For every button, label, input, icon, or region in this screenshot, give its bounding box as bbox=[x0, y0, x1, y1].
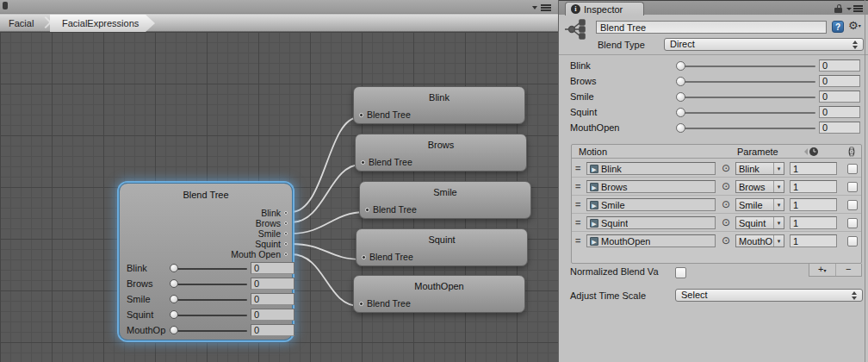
object-picker-icon[interactable]: ⊙ bbox=[720, 234, 732, 247]
weight-field[interactable] bbox=[790, 162, 837, 175]
slider-track[interactable] bbox=[679, 128, 815, 129]
weight-field[interactable] bbox=[790, 234, 837, 247]
parameter-dropdown[interactable]: Squint ▾ bbox=[735, 216, 784, 229]
port-icon[interactable] bbox=[284, 222, 288, 225]
add-motion-button[interactable]: +▾ bbox=[809, 264, 836, 276]
slider-track[interactable] bbox=[173, 315, 247, 316]
slider-knob[interactable] bbox=[676, 123, 685, 133]
slider-value-field[interactable] bbox=[819, 122, 860, 134]
parameter-dropdown[interactable]: Blink ▾ bbox=[735, 162, 784, 175]
slider-track[interactable] bbox=[679, 66, 815, 67]
motion-node-brows[interactable]: Brows Blend Tree bbox=[355, 134, 527, 172]
slider-value-field[interactable] bbox=[251, 309, 294, 321]
motion-object-field[interactable]: ▶ MouthOpen bbox=[586, 234, 716, 247]
motion-node-mouthopen[interactable]: MouthOpen Blend Tree bbox=[353, 275, 525, 313]
output-port-mouth-open[interactable]: Mouth Open bbox=[231, 249, 288, 259]
slider-knob[interactable] bbox=[676, 61, 685, 71]
tab-inspector[interactable]: i Inspector bbox=[565, 2, 644, 16]
weight-field[interactable] bbox=[790, 216, 837, 229]
slider-value-field[interactable] bbox=[251, 324, 294, 336]
pane-menu-icon[interactable] bbox=[532, 3, 551, 12]
port-icon[interactable] bbox=[284, 232, 288, 235]
slider-track[interactable] bbox=[173, 268, 247, 270]
drag-handle-icon[interactable]: = bbox=[575, 199, 586, 209]
slider-value-field[interactable] bbox=[251, 262, 294, 274]
slider-track[interactable] bbox=[173, 299, 247, 301]
object-picker-icon[interactable]: ⊙ bbox=[720, 198, 732, 210]
slider-knob[interactable] bbox=[170, 264, 178, 272]
node-slider-squint: Squint bbox=[127, 309, 285, 321]
slider-track[interactable] bbox=[173, 284, 247, 285]
object-picker-icon[interactable]: ⊙ bbox=[720, 216, 732, 228]
blend-type-dropdown[interactable]: Direct bbox=[664, 38, 864, 51]
motion-node-smile[interactable]: Smile Blend Tree bbox=[359, 181, 531, 219]
pane-menu-icon[interactable] bbox=[846, 5, 864, 13]
parameter-dropdown[interactable]: Brows ▾ bbox=[735, 180, 784, 193]
mirror-checkbox[interactable] bbox=[847, 218, 858, 228]
motion-object-field[interactable]: ▶ Blink bbox=[586, 162, 716, 175]
input-port-icon[interactable] bbox=[365, 208, 369, 212]
slider-value-field[interactable] bbox=[251, 293, 294, 305]
output-port-squint[interactable]: Squint bbox=[255, 239, 288, 249]
blend-tree-node[interactable]: Blend Tree Blink Brows Smile Squint Mout… bbox=[119, 183, 293, 340]
normalized-blend-label: Normalized Blend Va bbox=[570, 266, 659, 277]
breadcrumb-facial-expressions[interactable]: FacialExpressions bbox=[50, 15, 155, 32]
lock-icon[interactable] bbox=[834, 4, 843, 13]
remove-motion-button[interactable]: − bbox=[836, 264, 862, 276]
mirror-checkbox[interactable] bbox=[847, 236, 858, 247]
parameter-dropdown[interactable]: MouthO ▾ bbox=[735, 234, 784, 247]
input-port-icon[interactable] bbox=[362, 255, 366, 259]
input-port-icon[interactable] bbox=[359, 113, 363, 117]
port-icon[interactable] bbox=[284, 211, 288, 215]
drag-handle-icon[interactable]: = bbox=[575, 181, 586, 191]
motion-object-field[interactable]: ▶ Smile bbox=[586, 198, 716, 211]
slider-value-field[interactable] bbox=[819, 59, 860, 72]
animation-clip-icon: ▶ bbox=[590, 219, 598, 228]
slider-track[interactable] bbox=[679, 97, 815, 98]
port-icon[interactable] bbox=[284, 253, 288, 256]
adjust-time-scale-dropdown[interactable]: Select bbox=[675, 289, 863, 302]
output-port-smile[interactable]: Smile bbox=[258, 228, 288, 239]
mirror-checkbox[interactable] bbox=[847, 200, 858, 210]
input-port-icon[interactable] bbox=[361, 160, 365, 165]
slider-value-field[interactable] bbox=[819, 75, 860, 87]
object-picker-icon[interactable]: ⊙ bbox=[720, 162, 732, 174]
motion-node-squint[interactable]: Squint Blend Tree bbox=[356, 228, 528, 266]
drag-handle-icon[interactable]: = bbox=[575, 163, 586, 173]
animator-graph-panel: Facial FacialExpressions Blend Tree Blin… bbox=[0, 0, 558, 362]
parameter-dropdown[interactable]: Smile ▾ bbox=[735, 198, 784, 211]
slider-knob[interactable] bbox=[676, 108, 685, 117]
motion-node-blink[interactable]: Blink Blend Tree bbox=[353, 86, 525, 124]
slider-track[interactable] bbox=[679, 112, 815, 114]
motion-object-field[interactable]: ▶ Brows bbox=[586, 180, 716, 193]
normalized-blend-checkbox[interactable] bbox=[675, 267, 686, 278]
motion-object-field[interactable]: ▶ Squint bbox=[586, 216, 716, 229]
slider-track[interactable] bbox=[173, 330, 247, 332]
input-port-icon[interactable] bbox=[359, 302, 363, 306]
output-port-blink[interactable]: Blink bbox=[261, 208, 288, 218]
param-slider-smile: Smile bbox=[559, 90, 868, 103]
slider-knob[interactable] bbox=[170, 279, 178, 288]
slider-value-field[interactable] bbox=[251, 278, 294, 290]
mirror-checkbox[interactable] bbox=[847, 164, 858, 174]
blend-tree-name-field[interactable] bbox=[596, 21, 827, 34]
output-port-brows[interactable]: Brows bbox=[256, 218, 288, 228]
slider-knob[interactable] bbox=[676, 92, 685, 102]
slider-knob[interactable] bbox=[170, 310, 178, 319]
param-slider-mouthopen: MouthOpen bbox=[559, 121, 868, 134]
gear-icon[interactable]: ⚙▾ bbox=[848, 19, 864, 33]
port-icon[interactable] bbox=[284, 242, 288, 246]
mirror-checkbox[interactable] bbox=[847, 182, 858, 192]
slider-track[interactable] bbox=[679, 81, 815, 83]
slider-knob[interactable] bbox=[170, 295, 178, 303]
drag-handle-icon[interactable]: = bbox=[575, 235, 586, 246]
object-picker-icon[interactable]: ⊙ bbox=[720, 180, 732, 192]
help-icon[interactable]: ? bbox=[832, 21, 844, 33]
weight-field[interactable] bbox=[790, 180, 837, 193]
slider-value-field[interactable] bbox=[819, 106, 860, 118]
slider-knob[interactable] bbox=[170, 326, 178, 334]
drag-handle-icon[interactable]: = bbox=[575, 217, 586, 228]
weight-field[interactable] bbox=[790, 198, 837, 211]
slider-value-field[interactable] bbox=[819, 90, 860, 103]
slider-knob[interactable] bbox=[676, 77, 685, 86]
